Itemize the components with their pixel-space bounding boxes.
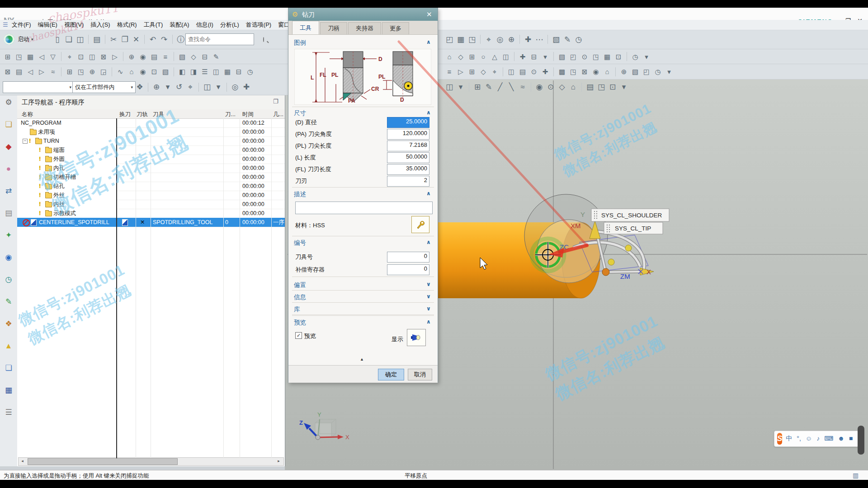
toolbar-icon[interactable]: ◉: [535, 83, 543, 91]
toolbar-icon[interactable]: ▾: [642, 53, 651, 60]
dim-field-value[interactable]: 25.0000: [387, 117, 429, 128]
menu-item[interactable]: 插入(S): [90, 21, 110, 29]
toolbar-icon[interactable]: ⊠: [99, 53, 108, 60]
toolbar-icon[interactable]: ⌖: [485, 36, 493, 43]
ime-icon[interactable]: °,: [797, 435, 801, 443]
menu-item[interactable]: 分析(L): [220, 21, 239, 29]
dim-field-value[interactable]: 2: [387, 176, 429, 187]
nav-row-NC_PROGRAM[interactable]: NC_PROGRAM00:00:12: [17, 118, 285, 127]
chevron-up-icon[interactable]: ∧: [426, 39, 431, 45]
section-header[interactable]: 信息: [294, 293, 306, 301]
toolbar-icon[interactable]: ⓘ: [177, 36, 185, 43]
toolbar-icon[interactable]: ☰: [201, 68, 209, 75]
spark-icon[interactable]: ✦: [0, 231, 17, 239]
toolbar-icon[interactable]: ✎: [485, 83, 493, 91]
toolbar-icon[interactable]: ∿: [116, 68, 124, 75]
ime-toolbar[interactable]: S 中°,☺♪⌨☻■⊞: [774, 431, 859, 447]
toolbar-icon[interactable]: ◫: [502, 53, 510, 60]
dim-field-value[interactable]: 35.0000: [387, 164, 429, 175]
column-header-0[interactable]: 名称: [22, 111, 33, 118]
toolbar-icon[interactable]: ⊕: [88, 68, 96, 75]
origin-ball-handle[interactable]: [602, 268, 609, 276]
nav-row-内丝[interactable]: !内丝00:00:00: [17, 200, 285, 209]
toolbar-icon[interactable]: ⊡: [614, 53, 623, 60]
toolbar-icon[interactable]: ❐: [121, 36, 129, 43]
toolbar-icon[interactable]: ◉: [592, 68, 600, 75]
numbering-section-header[interactable]: 编号: [294, 239, 306, 247]
menu-item[interactable]: 文件(F): [12, 21, 31, 29]
toolbar-icon[interactable]: ◫: [76, 36, 84, 43]
toolbar-icon[interactable]: ◫: [445, 83, 453, 91]
navigator-hscrollbar[interactable]: ◂ ▸: [18, 457, 284, 466]
toolbar-icon[interactable]: ❖: [136, 83, 144, 91]
toolbar-icon[interactable]: ▧: [161, 68, 170, 75]
toolbar-icon[interactable]: ⋯: [535, 36, 543, 43]
panel-pin-icon[interactable]: ❐: [273, 98, 278, 105]
ime-icon[interactable]: ☻: [838, 435, 844, 443]
toolbar-icon[interactable]: ◇: [457, 53, 465, 60]
toolbar-icon[interactable]: ⊠: [580, 68, 589, 75]
toolbar-icon[interactable]: ◎: [496, 36, 504, 43]
toolbar-icon[interactable]: ▾: [541, 53, 549, 60]
section-偏置[interactable]: 偏置∨: [288, 279, 438, 290]
toolbar-icon[interactable]: ✚: [541, 68, 549, 75]
toolbar-icon[interactable]: ◲: [99, 68, 108, 75]
toolbar-icon[interactable]: ◧: [178, 68, 186, 75]
toolbar-icon[interactable]: ▤: [586, 83, 594, 91]
toolbar-icon[interactable]: ◎: [231, 83, 239, 91]
toolbar-icon[interactable]: ≈: [49, 68, 57, 75]
toolbar-icon[interactable]: ▾: [620, 83, 628, 91]
toolbar-icon[interactable]: △: [491, 53, 499, 60]
toolbar-icon[interactable]: ⌂: [603, 68, 611, 75]
section-header[interactable]: 库: [294, 305, 300, 314]
toolbar-icon[interactable]: ⊟: [201, 53, 209, 60]
nav-row-示教模式[interactable]: !示教模式00:00:00: [17, 209, 285, 218]
toolbar-icon[interactable]: ▾: [457, 83, 465, 91]
toolbar-icon[interactable]: ⊠: [4, 68, 12, 75]
toolbar-icon[interactable]: ▾: [665, 68, 673, 75]
toolbar-icon[interactable]: ▧: [558, 53, 566, 60]
tab-工具[interactable]: 工具: [292, 21, 319, 34]
toolbar-icon[interactable]: ✎: [212, 53, 220, 60]
toolbar-icon[interactable]: ▧: [552, 36, 560, 43]
toolbar-icon[interactable]: ⊞: [468, 68, 476, 75]
chevron-up-icon[interactable]: ∧: [426, 239, 431, 245]
nav-row-TURN[interactable]: −!TURN00:00:00: [17, 136, 285, 145]
chevron-up-icon[interactable]: ∧: [426, 190, 431, 197]
toolbar-icon[interactable]: ▩: [558, 68, 566, 75]
toolbar-icon[interactable]: ◰: [642, 68, 651, 75]
toolbar-icon[interactable]: ▧: [631, 68, 639, 75]
toolbar-icon[interactable]: ◷: [631, 53, 639, 60]
tab-更多[interactable]: 更多: [382, 22, 409, 34]
nav-row-外圆[interactable]: !外圆00:00:00: [17, 155, 285, 164]
column-header-2[interactable]: 刀轨: [137, 111, 148, 118]
toolbar-icon[interactable]: ⌂: [445, 53, 453, 60]
toolbar-icon[interactable]: ▷: [457, 68, 465, 75]
tool-icon[interactable]: ❖: [0, 320, 17, 328]
ime-icon[interactable]: 中: [786, 435, 792, 443]
legend-section-header[interactable]: 图例: [294, 39, 306, 47]
toolbar-icon[interactable]: ⊞: [468, 53, 476, 60]
toolbar-icon[interactable]: ◳: [15, 53, 23, 60]
swap-icon[interactable]: ⇄: [0, 187, 17, 195]
toolbar-icon[interactable]: ◫: [88, 53, 96, 60]
toolbar-icon[interactable]: ≡: [445, 68, 453, 75]
toolbar-icon[interactable]: ▷: [38, 68, 46, 75]
menu-item[interactable]: 装配(A): [170, 21, 189, 29]
preview-section-header[interactable]: 预览: [294, 319, 306, 327]
command-search[interactable]: [185, 33, 254, 45]
toolbar-icon[interactable]: ◁: [26, 68, 34, 75]
nx-swirl-icon[interactable]: [4, 34, 14, 45]
nav-row-端面[interactable]: !端面00:00:00: [17, 145, 285, 155]
scroll-nub[interactable]: [858, 426, 864, 455]
toolbar-icon[interactable]: ⊕: [152, 83, 160, 91]
number-field-value[interactable]: 0: [387, 264, 429, 275]
status-grid-icon[interactable]: ▥: [853, 472, 859, 479]
toolbar-icon[interactable]: ≡: [161, 53, 170, 60]
column-header-5[interactable]: 时间: [242, 111, 254, 118]
toolbar-icon[interactable]: ▯: [53, 36, 61, 43]
toolbar-icon[interactable]: ⊡: [77, 53, 85, 60]
display-button[interactable]: [407, 329, 426, 346]
toolbar-icon[interactable]: ⊞: [4, 53, 12, 60]
dialog-close-icon[interactable]: ✕: [426, 10, 432, 19]
